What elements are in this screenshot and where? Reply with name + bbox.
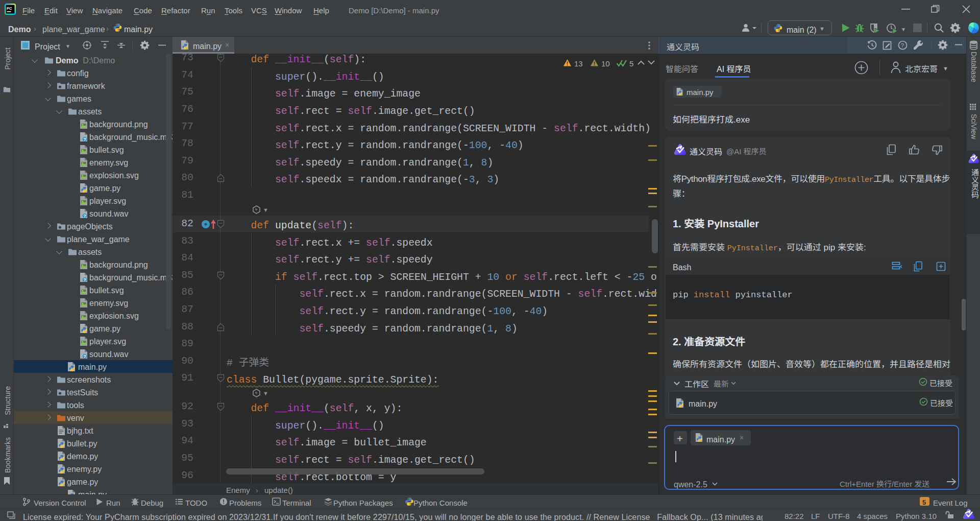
svg-text:PC: PC <box>7 6 12 11</box>
svg-text:?: ? <box>901 42 904 49</box>
